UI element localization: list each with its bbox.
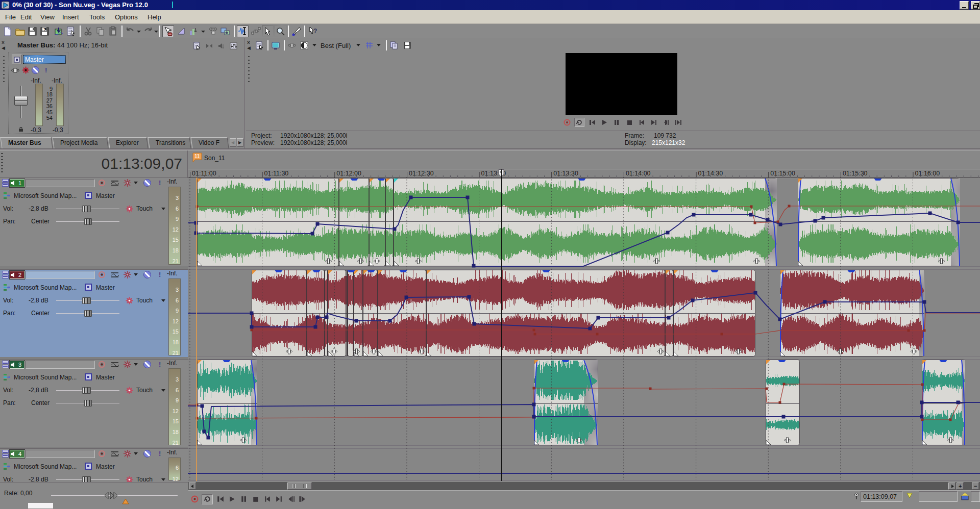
svg-text:11: 11 xyxy=(194,154,200,159)
svg-text:?: ? xyxy=(313,28,317,35)
svg-text:01:13:30: 01:13:30 xyxy=(553,170,578,177)
svg-text:01:11:00: 01:11:00 xyxy=(192,170,216,177)
svg-text:01:11:30: 01:11:30 xyxy=(264,170,289,177)
svg-text:?: ? xyxy=(43,27,46,32)
